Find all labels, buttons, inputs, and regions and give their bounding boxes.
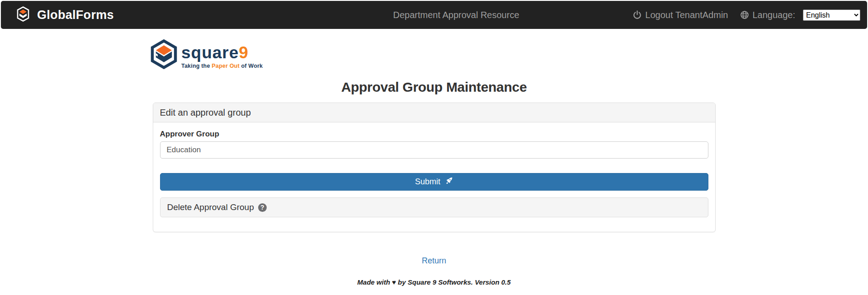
globalforms-logo-icon (17, 6, 29, 23)
wordmark-main: square (181, 43, 239, 62)
logout-button[interactable]: Logout TenantAdmin (632, 10, 728, 20)
globalforms-brand-link[interactable]: GlobalForms (17, 6, 114, 23)
panel-header: Edit an approval group (153, 103, 715, 122)
brand-name: GlobalForms (37, 8, 114, 22)
rocket-icon (445, 177, 453, 187)
square9-wordmark: square9 (181, 44, 263, 61)
nav-page-title: Department Approval Resource (393, 10, 519, 20)
delete-approval-group-toggle[interactable]: Delete Approval Group ? (160, 197, 708, 217)
wordmark-accent: 9 (239, 43, 249, 62)
globe-icon (740, 10, 749, 19)
tagline-accent: Paper Out (212, 63, 240, 69)
panel-body: Approver Group Submit Delete Approval Gr… (153, 122, 715, 232)
tagline-suffix: of Work (240, 63, 263, 69)
return-link[interactable]: Return (0, 256, 868, 266)
square9-wordmark-block: square9 Taking the Paper Out of Work (181, 39, 263, 71)
page-title: Approval Group Maintenance (0, 80, 868, 94)
square9-hexagon-icon (151, 39, 177, 71)
submit-button[interactable]: Submit (160, 173, 708, 191)
approver-group-label: Approver Group (160, 130, 708, 139)
language-select[interactable]: English (803, 9, 860, 21)
language-label: Language: (752, 10, 795, 20)
submit-label: Submit (415, 177, 440, 187)
square9-logo: square9 Taking the Paper Out of Work (151, 39, 868, 71)
footer-credit: Made with ♥ by Square 9 Softworks. Versi… (0, 278, 868, 286)
edit-approval-group-panel: Edit an approval group Approver Group Su… (153, 103, 716, 232)
power-icon (632, 10, 642, 20)
help-question-icon[interactable]: ? (258, 203, 267, 212)
navbar-right-group: Logout TenantAdmin Language: English (632, 9, 860, 21)
square9-tagline: Taking the Paper Out of Work (181, 63, 263, 69)
top-navbar: GlobalForms Department Approval Resource… (1, 1, 867, 29)
language-group: Language: (740, 10, 795, 20)
logout-label: Logout TenantAdmin (645, 10, 728, 20)
delete-label: Delete Approval Group (167, 202, 254, 212)
approver-group-input[interactable] (160, 141, 708, 159)
tagline-prefix: Taking the (181, 63, 212, 69)
